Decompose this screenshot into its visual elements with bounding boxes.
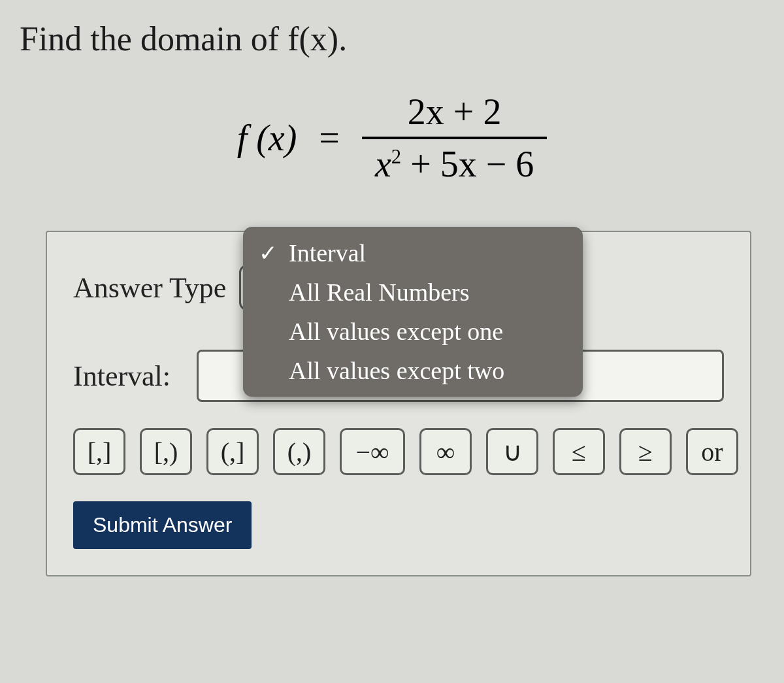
den-x: x xyxy=(375,144,391,184)
answer-panel: Answer Type ✓ Interval All Real Numbers … xyxy=(46,231,751,576)
equation-equals: = xyxy=(319,117,340,159)
equation: f (x) = 2x + 2 x2 + 5x − 6 xyxy=(20,91,764,185)
question-prompt: Find the domain of f(x). xyxy=(20,20,764,58)
sym-open-open[interactable]: (,) xyxy=(273,428,325,475)
sym-le[interactable]: ≤ xyxy=(553,428,605,475)
dropdown-option-all-real[interactable]: All Real Numbers xyxy=(243,273,583,312)
den-exp: 2 xyxy=(391,146,401,168)
sym-neg-infinity[interactable]: −∞ xyxy=(340,428,405,475)
dropdown-option-label: All Real Numbers xyxy=(289,278,470,306)
dropdown-option-except-two[interactable]: All values except two xyxy=(243,351,583,390)
den-rest: + 5x − 6 xyxy=(401,144,534,184)
interval-label: Interval: xyxy=(73,359,171,393)
answer-type-label: Answer Type xyxy=(73,271,226,305)
equation-fraction: 2x + 2 x2 + 5x − 6 xyxy=(362,91,547,185)
sym-union[interactable]: ∪ xyxy=(486,428,538,475)
sym-or[interactable]: or xyxy=(686,428,738,475)
check-icon: ✓ xyxy=(259,240,277,266)
equation-lhs: f (x) xyxy=(237,117,297,159)
page: Find the domain of f(x). f (x) = 2x + 2 … xyxy=(0,0,784,683)
sym-closed-closed[interactable]: [,] xyxy=(73,428,125,475)
dropdown-option-interval[interactable]: ✓ Interval xyxy=(243,233,583,273)
sym-closed-open[interactable]: [,) xyxy=(140,428,192,475)
sym-ge[interactable]: ≥ xyxy=(619,428,672,475)
equation-numerator: 2x + 2 xyxy=(362,91,547,137)
dropdown-option-label: All values except two xyxy=(289,357,504,384)
dropdown-option-except-one[interactable]: All values except one xyxy=(243,312,583,351)
dropdown-option-label: Interval xyxy=(289,239,366,267)
equation-denominator: x2 + 5x − 6 xyxy=(362,137,547,185)
symbol-row: [,] [,) (,] (,) −∞ ∞ ∪ ≤ ≥ or xyxy=(73,428,724,475)
dropdown-option-label: All values except one xyxy=(289,318,503,345)
numerator-text: 2x + 2 xyxy=(408,92,502,132)
submit-button[interactable]: Submit Answer xyxy=(73,501,252,549)
answer-type-dropdown[interactable]: ✓ Interval All Real Numbers All values e… xyxy=(243,227,583,397)
sym-open-closed[interactable]: (,] xyxy=(206,428,259,475)
sym-infinity[interactable]: ∞ xyxy=(419,428,472,475)
